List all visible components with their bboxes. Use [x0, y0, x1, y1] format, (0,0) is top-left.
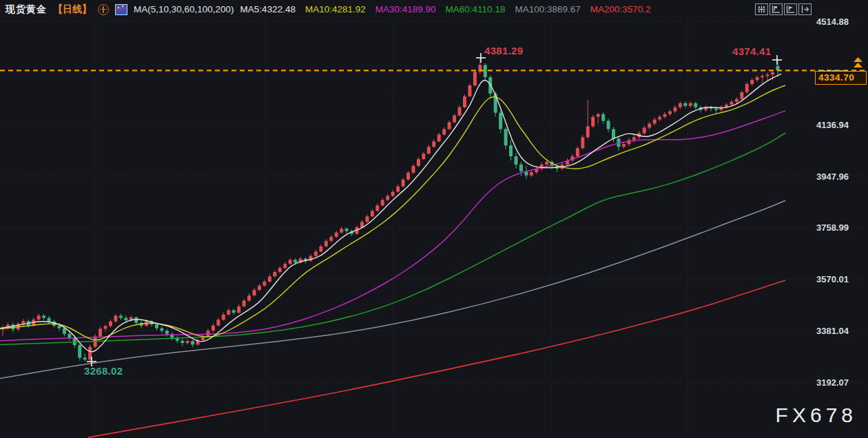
- axis-tick-label: 3192.07: [816, 377, 849, 388]
- price-annotation: 4374.41: [732, 45, 771, 57]
- price-chart-canvas[interactable]: [0, 0, 868, 438]
- candles-layer: [1, 58, 780, 362]
- chart-header: 现货黄金 【日线】 MA(5,10,30,60,100,200) MA5:432…: [0, 0, 756, 19]
- axis-tick-label: 3947.96: [816, 171, 849, 181]
- trading-chart-window: 现货黄金 【日线】 MA(5,10,30,60,100,200) MA5:432…: [0, 0, 868, 438]
- axis-tick-label: 3381.04: [816, 326, 849, 336]
- price-annotation: 3268.02: [84, 365, 123, 377]
- price-scale-pennant-icon[interactable]: [784, 3, 797, 15]
- plus-circle-icon[interactable]: [98, 4, 109, 15]
- axis-tick-label: 3570.01: [816, 274, 849, 284]
- ma-value: MA5:4322.48: [240, 4, 296, 14]
- markers-layer: [87, 53, 782, 366]
- axis-tick-label: 3758.99: [816, 222, 849, 233]
- collapse-panel-icon[interactable]: [798, 3, 812, 15]
- grid-layer: [0, 18, 868, 438]
- chart-toolbar: [755, 3, 812, 15]
- axis-tick-label: 4514.88: [816, 17, 849, 27]
- axis-tick-label: 4136.94: [816, 119, 849, 129]
- symbol-name: 现货黄金: [6, 3, 47, 16]
- period-selector[interactable]: 【日线】: [53, 3, 92, 16]
- ma-value: MA100:3869.67: [515, 4, 580, 14]
- current-price-label: 4334.70: [815, 71, 867, 85]
- ma-value: MA10:4281.92: [305, 4, 366, 14]
- candlestick-chart-icon[interactable]: [115, 4, 127, 15]
- pan-crosshair-icon[interactable]: [755, 3, 768, 15]
- price-scale-flag-icon[interactable]: [769, 3, 783, 15]
- ma-values: MA5:4322.48MA10:4281.92MA30:4189.90MA60:…: [240, 4, 651, 14]
- ma-value: MA200:3570.2: [590, 4, 651, 14]
- ma-settings-label: MA(5,10,30,60,100,200): [134, 4, 234, 14]
- ma-value: MA30:4189.90: [375, 4, 436, 14]
- ma-value: MA60:4110.18: [446, 4, 506, 14]
- watermark: FX678: [776, 404, 857, 427]
- ma-line-ma200: [88, 280, 785, 437]
- price-up-arrows-icon: [852, 57, 864, 71]
- price-annotation: 4381.29: [484, 45, 523, 56]
